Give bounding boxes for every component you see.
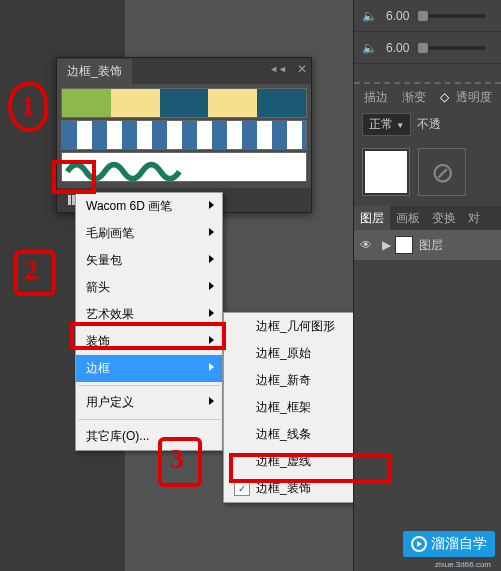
tab-opacity[interactable]: ◇ 透明度	[436, 87, 500, 108]
svg-rect-0	[68, 195, 71, 205]
layer-thumbnail	[395, 236, 413, 254]
menu-border[interactable]: 边框	[76, 355, 222, 382]
tab-align[interactable]: 对	[462, 206, 486, 230]
layers-tabs: 图层 画板 变换 对	[354, 206, 501, 230]
no-mask-icon[interactable]: ⊘	[418, 148, 466, 196]
brush-preset-row[interactable]	[61, 152, 307, 182]
menu-decor[interactable]: 装饰	[76, 328, 222, 355]
menu-separator	[78, 385, 220, 386]
panel-collapse-icon[interactable]: ◄◄	[269, 64, 287, 74]
submenu-arrow-icon	[209, 363, 214, 371]
speaker-icon: 🔈	[362, 41, 378, 55]
check-placeholder	[234, 428, 250, 442]
layer-row[interactable]: 👁 ▶ 图层	[354, 230, 501, 260]
swatch-area: ⊘	[354, 138, 501, 206]
play-logo-icon	[411, 536, 427, 552]
menu-userdef[interactable]: 用户定义	[76, 389, 222, 416]
opacity-label: 不透	[417, 116, 441, 133]
menu-brush[interactable]: 毛刷画笔	[76, 220, 222, 247]
tab-transform[interactable]: 变换	[426, 206, 462, 230]
blend-mode-select[interactable]: 正常 ▼	[362, 113, 411, 136]
submenu-arrow-icon	[209, 201, 214, 209]
panel-tab[interactable]: 边框_装饰	[57, 59, 132, 84]
submenu-arrow-icon	[209, 336, 214, 344]
volume-slider[interactable]	[418, 14, 485, 18]
submenu-arrow-icon	[209, 282, 214, 290]
submenu-arrow-icon	[209, 309, 214, 317]
menu-wacom[interactable]: Wacom 6D 画笔	[76, 193, 222, 220]
watermark: 溜溜自学	[403, 531, 495, 557]
panel-separator	[354, 64, 501, 84]
tab-layers[interactable]: 图层	[354, 206, 390, 230]
submenu-arrow-icon	[209, 397, 214, 405]
tab-stroke[interactable]: 描边	[360, 87, 392, 108]
tab-gradient[interactable]: 渐变	[398, 87, 430, 108]
close-icon[interactable]: ✕	[297, 62, 307, 76]
check-placeholder	[234, 347, 250, 361]
right-panel: 🔈 6.00 🔈 6.00 描边 渐变 ◇ 透明度 正常 ▼ 不透 ⊘ 图层 画…	[353, 0, 501, 571]
watermark-text: 溜溜自学	[431, 535, 487, 553]
menu-separator	[78, 419, 220, 420]
brush-panel: 边框_装饰 ◄◄ ✕ ▶	[56, 57, 312, 213]
speaker-icon: 🔈	[362, 9, 378, 23]
brush-preset-row[interactable]	[61, 120, 307, 150]
volume-row: 🔈 6.00	[354, 0, 501, 32]
layer-name: 图层	[419, 237, 443, 254]
menu-art[interactable]: 艺术效果	[76, 301, 222, 328]
check-placeholder	[234, 455, 250, 469]
volume-slider[interactable]	[418, 46, 485, 50]
appearance-tabs: 描边 渐变 ◇ 透明度	[354, 84, 501, 110]
menu-otherlib[interactable]: 其它库(O)...	[76, 423, 222, 450]
volume-value: 6.00	[386, 9, 418, 23]
brush-preset-row[interactable]	[61, 88, 307, 118]
menu-vector[interactable]: 矢量包	[76, 247, 222, 274]
menu-arrow[interactable]: 箭头	[76, 274, 222, 301]
expand-icon[interactable]: ▶	[382, 238, 391, 252]
panel-header: 边框_装饰 ◄◄ ✕	[57, 58, 311, 84]
brush-list	[57, 84, 311, 188]
checkmark-icon: ✓	[234, 482, 250, 496]
color-swatch[interactable]	[362, 148, 410, 196]
submenu-arrow-icon	[209, 255, 214, 263]
check-placeholder	[234, 401, 250, 415]
library-context-menu: Wacom 6D 画笔 毛刷画笔 矢量包 箭头 艺术效果 装饰 边框 用户定义 …	[75, 192, 223, 451]
visibility-icon[interactable]: 👁	[360, 238, 376, 252]
check-placeholder	[234, 374, 250, 388]
check-placeholder	[234, 320, 250, 334]
blend-row: 正常 ▼ 不透	[354, 110, 501, 138]
watermark-url: zixue.3d66.com	[435, 560, 491, 569]
volume-value: 6.00	[386, 41, 418, 55]
tab-artboard[interactable]: 画板	[390, 206, 426, 230]
volume-row: 🔈 6.00	[354, 32, 501, 64]
submenu-arrow-icon	[209, 228, 214, 236]
